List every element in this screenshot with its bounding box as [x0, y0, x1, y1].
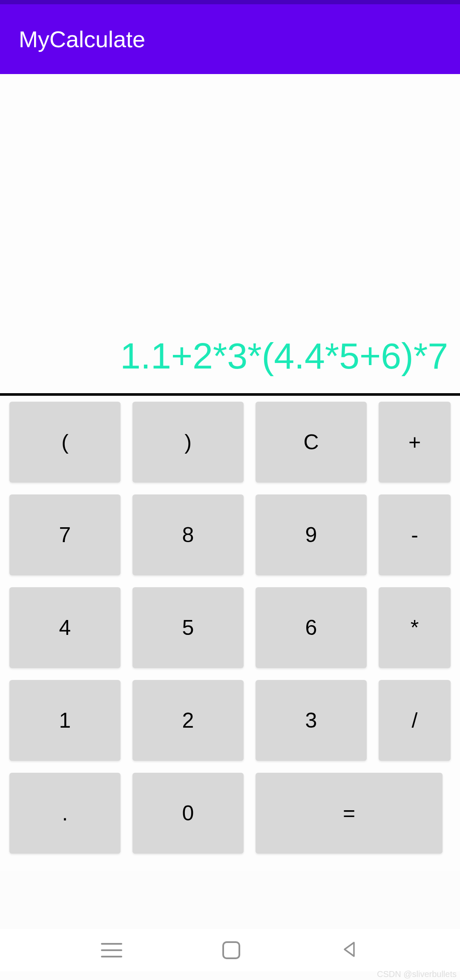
nav-home-icon[interactable]	[222, 941, 240, 959]
key-0[interactable]: 0	[132, 773, 244, 854]
system-nav-bar	[0, 929, 460, 971]
keypad: ( ) C + 7 8 9 - 4 5 6 * 1 2 3 / . 0 =	[0, 396, 460, 871]
display-area: 1.1+2*3*(4.4*5+6)*7	[0, 74, 460, 396]
key-equals[interactable]: =	[256, 773, 443, 854]
key-multiply[interactable]: *	[379, 587, 451, 668]
status-bar	[0, 0, 460, 4]
key-clear[interactable]: C	[256, 402, 367, 483]
key-close-paren[interactable]: )	[132, 402, 244, 483]
key-2[interactable]: 2	[132, 680, 244, 761]
key-5[interactable]: 5	[132, 587, 244, 668]
keypad-row-4: 1 2 3 /	[9, 680, 460, 761]
key-8[interactable]: 8	[132, 494, 244, 575]
key-dot[interactable]: .	[9, 773, 121, 854]
key-4[interactable]: 4	[9, 587, 121, 668]
key-9[interactable]: 9	[256, 494, 367, 575]
nav-recent-icon[interactable]	[101, 943, 122, 957]
key-divide[interactable]: /	[379, 680, 451, 761]
keypad-row-5: . 0 =	[9, 773, 460, 854]
key-plus[interactable]: +	[379, 402, 451, 483]
keypad-row-3: 4 5 6 *	[9, 587, 460, 668]
app-title: MyCalculate	[19, 26, 145, 52]
keypad-row-2: 7 8 9 -	[9, 494, 460, 575]
keypad-row-1: ( ) C +	[9, 402, 460, 483]
nav-back-icon[interactable]	[340, 940, 359, 960]
key-minus[interactable]: -	[379, 494, 451, 575]
key-3[interactable]: 3	[256, 680, 367, 761]
key-1[interactable]: 1	[9, 680, 121, 761]
app-bar: MyCalculate	[0, 4, 460, 74]
expression-text: 1.1+2*3*(4.4*5+6)*7	[120, 335, 448, 377]
key-7[interactable]: 7	[9, 494, 121, 575]
watermark: CSDN @sliverbullets	[377, 969, 457, 979]
key-6[interactable]: 6	[256, 587, 367, 668]
key-open-paren[interactable]: (	[9, 402, 121, 483]
